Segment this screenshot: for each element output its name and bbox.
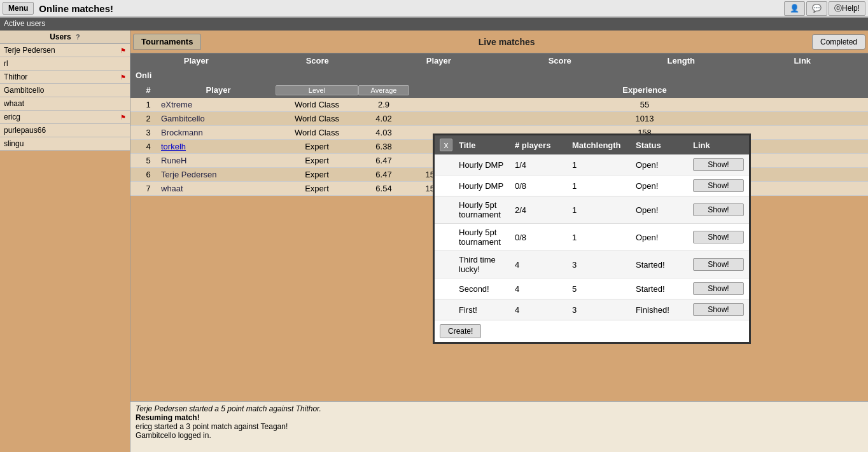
- tournament-title: Third time lucky!: [459, 255, 515, 274]
- level: Expert: [276, 170, 358, 179]
- user-item[interactable]: slingu: [0, 137, 130, 151]
- user-name: rl: [4, 59, 8, 68]
- tournament-row: Hourly 5pt tournament 2/4 1 Open! Show!: [435, 196, 749, 224]
- player-name: whaat: [161, 184, 276, 193]
- user-item[interactable]: Thithor⚑: [0, 71, 130, 84]
- avg-sort-button[interactable]: Average: [358, 85, 409, 95]
- tournament-matchlength: 5: [572, 284, 636, 294]
- chat-button[interactable]: 💬: [806, 1, 827, 16]
- show-tournament-button[interactable]: Show!: [693, 303, 744, 316]
- popup-col-title: Title: [459, 140, 515, 150]
- sidebar: Users ? Terje Pedersen⚑rlThithor⚑Gambitc…: [0, 31, 130, 452]
- user-name: whaat: [4, 99, 24, 108]
- experience: 1013: [613, 114, 676, 123]
- live-matches-title: Live matches: [201, 37, 812, 47]
- rank: 3: [136, 128, 161, 137]
- activity-line: ericg started a 3 point match against Te…: [136, 422, 863, 431]
- col-experience: Experience: [613, 85, 676, 95]
- tournaments-button[interactable]: Tournaments: [133, 34, 201, 50]
- col-player1: Player: [136, 56, 257, 65]
- users-help-icon[interactable]: ?: [76, 33, 80, 41]
- tournament-status: Finished!: [636, 305, 693, 315]
- user-item[interactable]: Terje Pedersen⚑: [0, 44, 130, 57]
- player-name: eXtreme: [161, 100, 276, 109]
- tournament-title: Second!: [459, 284, 515, 294]
- user-name: Terje Pedersen: [4, 46, 55, 55]
- rank: 4: [136, 142, 161, 151]
- avg: 6.47: [358, 156, 409, 165]
- tournament-matchlength: 1: [572, 181, 636, 191]
- users-label: Users: [50, 32, 71, 41]
- tournament-players: 4: [515, 260, 572, 270]
- rank: 7: [136, 184, 161, 193]
- col-blank2: [460, 85, 511, 95]
- table-row: 2 Gambitcello World Class 4.02 1013: [130, 112, 868, 126]
- col-blank4: [562, 85, 613, 95]
- player-name: RuneH: [161, 156, 276, 165]
- tournament-status: Started!: [636, 284, 693, 294]
- live-matches-top: Tournaments Live matches Completed: [130, 31, 868, 53]
- tournament-matchlength: 1: [572, 205, 636, 215]
- popup-rows: Hourly DMP 1/4 1 Open! Show! Hourly DMP …: [435, 154, 749, 320]
- help-button[interactable]: ⓪Help!: [829, 1, 865, 16]
- app-title: Online matches!: [39, 3, 784, 14]
- tournament-row: Hourly DMP 0/8 1 Open! Show!: [435, 175, 749, 196]
- online-title: Onli: [136, 71, 151, 80]
- level: World Class: [276, 100, 358, 109]
- popup-col-matchlength: Matchlength: [572, 140, 636, 150]
- tournament-status: Open!: [636, 233, 693, 242]
- tournament-title: First!: [459, 305, 515, 315]
- rank: 6: [136, 170, 161, 179]
- tournament-matchlength: 3: [572, 305, 636, 315]
- tournament-title: Hourly DMP: [459, 160, 515, 170]
- avg: 4.03: [358, 128, 409, 137]
- user-item[interactable]: purlepaus66: [0, 124, 130, 137]
- tournament-status: Open!: [636, 181, 693, 191]
- create-tournament-button[interactable]: Create!: [440, 324, 481, 338]
- show-tournament-button[interactable]: Show!: [693, 158, 744, 171]
- user-name: Thithor: [4, 72, 27, 81]
- tournament-title: Hourly DMP: [459, 181, 515, 191]
- leaderboard-header: # Player Level Average Experience: [130, 83, 868, 98]
- tournament-matchlength: 1: [572, 233, 636, 242]
- user-flag: ⚑: [120, 47, 126, 54]
- top-bar-icons: 👤 💬 ⓪Help!: [784, 1, 865, 16]
- user-flag: ⚑: [120, 114, 126, 121]
- user-item[interactable]: rl: [0, 57, 130, 71]
- tournament-matchlength: 1: [572, 160, 636, 170]
- show-tournament-button[interactable]: Show!: [693, 231, 744, 243]
- tournament-players: 4: [515, 305, 572, 315]
- col2: [460, 100, 511, 109]
- completed-button[interactable]: Completed: [812, 34, 865, 50]
- col3: [511, 114, 562, 123]
- user-item[interactable]: Gambitcello: [0, 84, 130, 97]
- menu-button[interactable]: Menu: [3, 2, 34, 15]
- user-flag: ⚑: [120, 74, 126, 81]
- col3: [511, 100, 562, 109]
- activity-line: Terje Pedersen started a 5 point match a…: [136, 404, 863, 413]
- profile-button[interactable]: 👤: [784, 1, 805, 16]
- user-item[interactable]: whaat: [0, 97, 130, 111]
- tournament-title: Hourly 5pt tournament: [459, 200, 515, 219]
- user-item[interactable]: ericg⚑: [0, 111, 130, 124]
- tournament-popup: x Title # players Matchlength Status Lin…: [433, 134, 751, 344]
- top-bar: Menu Online matches! 👤 💬 ⓪Help!: [0, 0, 868, 18]
- tournament-row: Hourly DMP 1/4 1 Open! Show!: [435, 154, 749, 175]
- popup-close-button[interactable]: x: [440, 139, 452, 151]
- player-name[interactable]: torkelh: [161, 142, 276, 151]
- show-tournament-button[interactable]: Show!: [693, 203, 744, 216]
- avg: 6.47: [358, 170, 409, 179]
- level-sort-button[interactable]: Level: [276, 85, 358, 95]
- tournament-row: Third time lucky! 4 3 Started! Show!: [435, 251, 749, 278]
- tournament-players: 2/4: [515, 205, 572, 215]
- popup-col-status: Status: [636, 140, 693, 150]
- col-player2: Player: [378, 56, 500, 65]
- col-blank1: [409, 85, 460, 95]
- avg: 6.38: [358, 142, 409, 151]
- tournament-players: 0/8: [515, 233, 572, 242]
- show-tournament-button[interactable]: Show!: [693, 282, 744, 295]
- show-tournament-button[interactable]: Show!: [693, 258, 744, 271]
- avg: 2.9: [358, 100, 409, 109]
- col2: [460, 114, 511, 123]
- show-tournament-button[interactable]: Show!: [693, 179, 744, 192]
